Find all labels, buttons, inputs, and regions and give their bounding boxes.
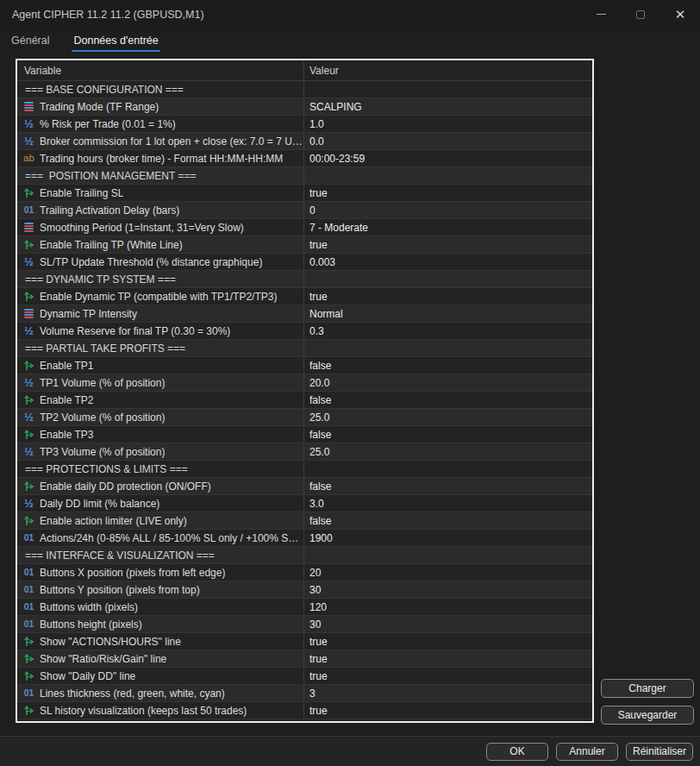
param-row[interactable]: Enable Dynamic TP (compatible with TP1/T… bbox=[17, 288, 592, 305]
param-row[interactable]: Show "Ratio/Risk/Gain" linetrue bbox=[17, 650, 592, 668]
minimize-button[interactable] bbox=[581, 0, 621, 28]
value-cell[interactable]: 00:00-23:59 bbox=[304, 150, 592, 166]
value-cell[interactable]: false bbox=[304, 512, 592, 529]
param-row[interactable]: Enable action limiter (LIVE only)false bbox=[17, 512, 592, 530]
param-label: Enable action limiter (LIVE only) bbox=[36, 515, 187, 527]
value-cell[interactable]: 20.0 bbox=[304, 374, 592, 391]
param-row[interactable]: Enable TP2false bbox=[17, 392, 592, 409]
value-cell[interactable]: 30 bbox=[304, 581, 592, 598]
param-value: SCALPING bbox=[309, 101, 362, 113]
variable-cell: 01Lines thickness (red, green, white, cy… bbox=[17, 685, 304, 701]
value-cell[interactable]: true bbox=[304, 236, 592, 253]
value-cell[interactable]: 1900 bbox=[304, 530, 592, 546]
param-row[interactable]: Enable Trailing SLtrue bbox=[17, 185, 592, 202]
ok-button[interactable]: OK bbox=[486, 743, 548, 761]
value-cell[interactable]: 1.0 bbox=[304, 116, 592, 132]
value-cell[interactable]: 3 bbox=[304, 685, 592, 701]
param-row[interactable]: Enable Trailing TP (White Line)true bbox=[17, 236, 592, 254]
param-row[interactable]: 01Buttons width (pixels)120 bbox=[17, 599, 592, 616]
param-label: Trailing Activation Delay (bars) bbox=[36, 204, 179, 217]
value-cell[interactable]: SCALPING bbox=[304, 98, 592, 115]
param-row[interactable]: ½Volume Reserve for final TP (0.30 = 30%… bbox=[17, 323, 592, 340]
param-row[interactable]: ½SL/TP Update Threshold (% distance grap… bbox=[17, 254, 592, 271]
value-cell[interactable]: 0.003 bbox=[304, 254, 592, 270]
param-row[interactable]: ½TP2 Volume (% of position)25.0 bbox=[17, 409, 592, 426]
variable-cell: Enable TP2 bbox=[17, 392, 304, 408]
param-row[interactable]: Enable TP1false bbox=[17, 357, 592, 374]
param-row[interactable]: Enable TP3false bbox=[17, 426, 592, 443]
param-row[interactable]: 01Buttons height (pixels)30 bbox=[17, 616, 592, 633]
param-row[interactable]: ½TP1 Volume (% of position)20.0 bbox=[17, 374, 592, 392]
param-row[interactable]: 01Buttons X position (pixels from left e… bbox=[17, 564, 592, 581]
variable-cell: Enable Trailing SL bbox=[17, 185, 304, 201]
value-cell[interactable]: true bbox=[304, 650, 592, 667]
value-cell[interactable]: 3.0 bbox=[304, 495, 592, 512]
section-row[interactable]: === PROTECTIONS & LIMITS === bbox=[17, 461, 592, 478]
value-cell[interactable]: false bbox=[304, 392, 592, 408]
value-cell[interactable]: Normal bbox=[304, 305, 592, 322]
section-label: === DYNAMIC TP SYSTEM === bbox=[22, 273, 176, 286]
close-button[interactable]: ✕ bbox=[660, 0, 700, 28]
value-cell[interactable]: true bbox=[304, 633, 592, 650]
section-row[interactable]: === INTERFACE & VISUALIZATION === bbox=[17, 547, 592, 564]
param-row[interactable]: abTrading hours (broker time) - Format H… bbox=[17, 150, 592, 167]
value-cell[interactable]: 30 bbox=[304, 616, 592, 632]
param-row[interactable]: 01Buttons Y position (pixels from top)30 bbox=[17, 581, 592, 599]
bool-branch-icon bbox=[22, 394, 36, 406]
param-row[interactable]: SL history visualization (keeps last 50 … bbox=[17, 702, 592, 719]
value-cell[interactable]: 0.0 bbox=[304, 133, 592, 149]
param-row[interactable]: ½Broker commission for 1 lot open + clos… bbox=[17, 133, 592, 150]
value-cell[interactable]: false bbox=[304, 426, 592, 443]
param-row[interactable]: Show "ACTIONS/HOURS" linetrue bbox=[17, 633, 592, 650]
param-row[interactable]: ½TP3 Volume (% of position)25.0 bbox=[17, 443, 592, 461]
value-cell[interactable]: 25.0 bbox=[304, 409, 592, 425]
param-row[interactable]: 01Lines thickness (red, green, white, cy… bbox=[17, 685, 592, 702]
param-row[interactable]: Enable daily DD protection (ON/OFF)false bbox=[17, 478, 592, 495]
param-row[interactable]: ½Daily DD limit (% balance)3.0 bbox=[17, 495, 592, 512]
variable-cell: 01Buttons height (pixels) bbox=[17, 616, 304, 632]
value-cell[interactable]: true bbox=[304, 668, 592, 684]
param-value: 1900 bbox=[309, 532, 333, 544]
save-button[interactable]: Sauvegarder bbox=[601, 706, 694, 725]
section-row[interactable]: === PARTIAL TAKE PROFITS === bbox=[17, 340, 592, 357]
load-button[interactable]: Charger bbox=[601, 679, 694, 698]
param-row[interactable]: ½% Risk per Trade (0.01 = 1%)1.0 bbox=[17, 116, 592, 133]
param-value: true bbox=[309, 239, 328, 251]
variable-cell: === PARTIAL TAKE PROFITS === bbox=[17, 340, 304, 356]
section-row[interactable]: === DYNAMIC TP SYSTEM === bbox=[17, 271, 592, 288]
value-cell[interactable]: 25.0 bbox=[304, 443, 592, 460]
section-row[interactable]: === POSITION MANAGEMENT === bbox=[17, 167, 592, 185]
value-cell[interactable]: 0.3 bbox=[304, 323, 592, 339]
value-cell[interactable]: 0 bbox=[304, 202, 592, 218]
value-cell[interactable]: 120 bbox=[304, 599, 592, 615]
value-cell[interactable]: false bbox=[304, 357, 592, 374]
param-value: 20 bbox=[309, 567, 321, 579]
section-row[interactable]: === BASE CONFIGURATION === bbox=[17, 81, 592, 98]
param-row[interactable]: Trading Mode (TF Range)SCALPING bbox=[17, 98, 592, 116]
value-cell[interactable]: true bbox=[304, 702, 592, 719]
variable-cell: SL history visualization (keeps last 50 … bbox=[17, 702, 304, 719]
cancel-button[interactable]: Annuler bbox=[556, 743, 618, 761]
param-row[interactable]: 01Trailing Activation Delay (bars)0 bbox=[17, 202, 592, 219]
param-row[interactable]: 01Actions/24h (0-85% ALL / 85-100% SL on… bbox=[17, 530, 592, 547]
value-cell bbox=[304, 461, 592, 477]
maximize-button[interactable] bbox=[621, 0, 660, 28]
param-label: % Risk per Trade (0.01 = 1%) bbox=[36, 118, 176, 130]
value-cell[interactable]: 20 bbox=[304, 564, 592, 581]
value-cell[interactable]: 7 - Moderate bbox=[304, 219, 592, 235]
variable-cell: 01Actions/24h (0-85% ALL / 85-100% SL on… bbox=[17, 530, 304, 546]
param-value: true bbox=[309, 636, 328, 648]
tab-general[interactable]: Général bbox=[10, 31, 50, 52]
param-label: Daily DD limit (% balance) bbox=[36, 498, 159, 510]
reset-button[interactable]: Réinitialiser bbox=[626, 743, 693, 761]
param-row[interactable]: Smoothing Period (1=Instant, 31=Very Slo… bbox=[17, 219, 592, 236]
value-cell[interactable]: true bbox=[304, 288, 592, 305]
param-value: false bbox=[309, 515, 331, 527]
bool-branch-icon bbox=[22, 480, 36, 493]
param-row[interactable]: Show "Daily DD" linetrue bbox=[17, 668, 592, 685]
param-row[interactable]: Dynamic TP IntensityNormal bbox=[17, 305, 592, 323]
value-cell[interactable]: true bbox=[304, 185, 592, 201]
value-cell[interactable]: false bbox=[304, 478, 592, 494]
param-value: true bbox=[309, 291, 328, 303]
tab-donnees-entree[interactable]: Données d'entrée bbox=[72, 31, 159, 52]
